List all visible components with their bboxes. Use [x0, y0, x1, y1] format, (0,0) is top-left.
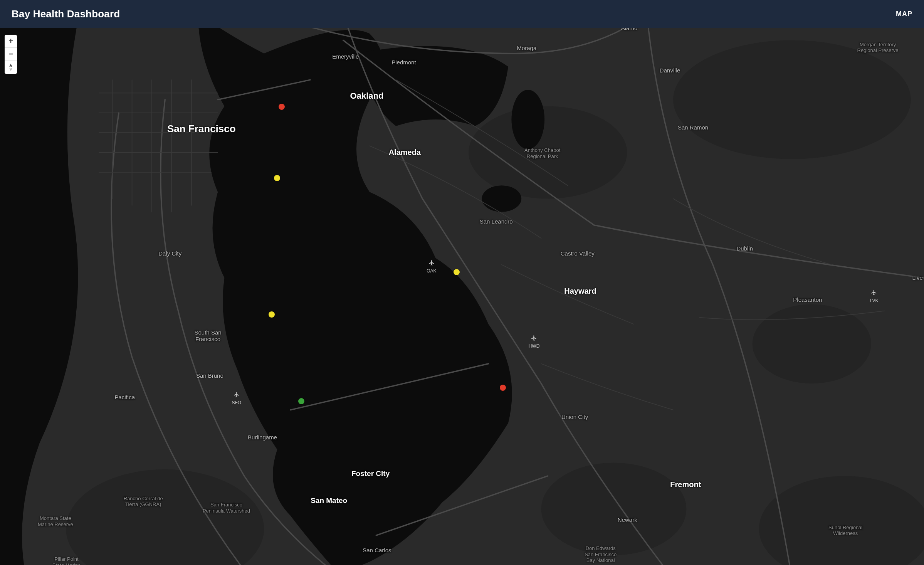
- sensor-marker[interactable]: [454, 269, 460, 275]
- svg-point-6: [541, 463, 687, 555]
- sensor-marker[interactable]: [500, 385, 506, 391]
- zoom-control: + −: [5, 35, 17, 74]
- basemap: [0, 28, 924, 565]
- svg-point-8: [482, 185, 521, 212]
- sensor-marker[interactable]: [269, 311, 275, 318]
- svg-point-2: [673, 40, 911, 159]
- reset-bearing-button[interactable]: [5, 61, 17, 74]
- map[interactable]: + − San FranciscoOaklandAlamedaHaywardFr…: [0, 28, 924, 565]
- header: Bay Health Dashboard MAP: [0, 0, 924, 28]
- sensor-marker[interactable]: [279, 104, 285, 110]
- compass-icon: [8, 64, 13, 71]
- svg-point-7: [511, 90, 544, 149]
- sensor-marker[interactable]: [274, 175, 280, 181]
- sensor-marker[interactable]: [298, 398, 304, 404]
- svg-point-3: [753, 304, 871, 384]
- page-title: Bay Health Dashboard: [12, 8, 120, 20]
- zoom-in-button[interactable]: +: [5, 35, 17, 48]
- nav-map-link[interactable]: MAP: [896, 10, 912, 18]
- zoom-out-button[interactable]: −: [5, 48, 17, 61]
